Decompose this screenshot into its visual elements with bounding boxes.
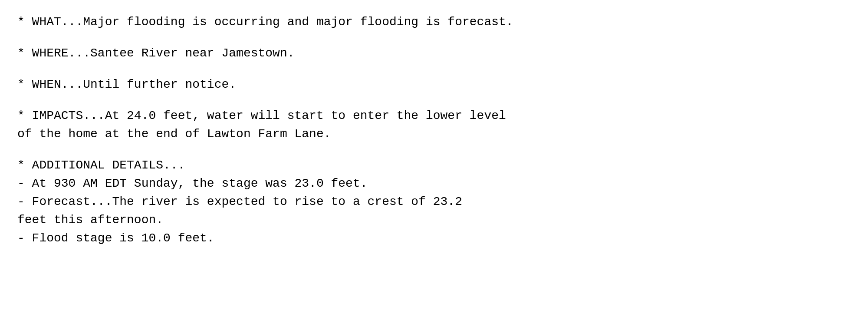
text-line: * WHERE...Santee River near Jamestown. xyxy=(17,44,851,63)
section-when: * WHEN...Until further notice. xyxy=(17,76,851,94)
text-line: of the home at the end of Lawton Farm La… xyxy=(17,125,851,143)
text-line: * IMPACTS...At 24.0 feet, water will sta… xyxy=(17,107,851,125)
section-additional: * ADDITIONAL DETAILS...- At 930 AM EDT S… xyxy=(17,156,851,248)
section-what: * WHAT...Major flooding is occurring and… xyxy=(17,13,851,31)
section-where: * WHERE...Santee River near Jamestown. xyxy=(17,44,851,63)
text-line: - Forecast...The river is expected to ri… xyxy=(17,193,851,211)
text-line: - At 930 AM EDT Sunday, the stage was 23… xyxy=(17,175,851,193)
section-impacts: * IMPACTS...At 24.0 feet, water will sta… xyxy=(17,107,851,143)
text-line: feet this afternoon. xyxy=(17,211,851,229)
text-line: * ADDITIONAL DETAILS... xyxy=(17,156,851,175)
text-line: * WHEN...Until further notice. xyxy=(17,76,851,94)
text-line: * WHAT...Major flooding is occurring and… xyxy=(17,13,851,31)
main-content: * WHAT...Major flooding is occurring and… xyxy=(17,13,851,248)
text-line: - Flood stage is 10.0 feet. xyxy=(17,229,851,248)
